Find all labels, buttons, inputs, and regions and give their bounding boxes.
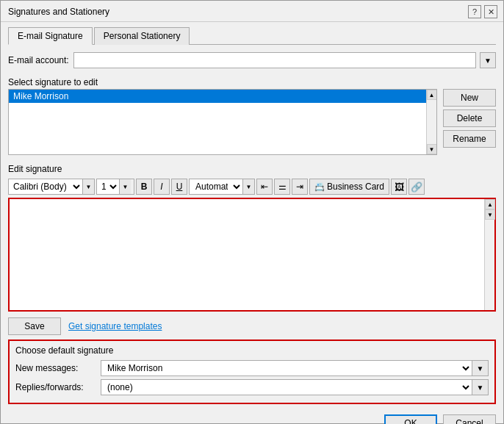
edit-scroll-down[interactable]: ▼ — [485, 209, 495, 220]
signature-edit-area-wrapper: ▲ ▼ — [8, 198, 496, 312]
email-account-dropdown[interactable]: ▼ — [480, 52, 496, 68]
font-size-select[interactable]: 11 — [97, 179, 119, 194]
save-button[interactable]: Save — [8, 317, 61, 335]
color-dropdown-icon: ▼ — [242, 179, 254, 194]
insert-image-button[interactable]: 🖼 — [391, 179, 407, 195]
sig-list-item[interactable]: Mike Morrison — [9, 90, 436, 103]
replies-row: Replies/forwards: (none) ▼ — [15, 379, 489, 395]
align-left-icon: ⇤ — [261, 182, 268, 192]
edit-sig-label: Edit signature — [8, 164, 496, 174]
replies-dropdown-icon: ▼ — [472, 380, 488, 395]
edit-sig-section: Edit signature Calibri (Body) ▼ 11 ▼ — [8, 162, 496, 312]
business-card-button[interactable]: 📇 Business Card — [309, 179, 389, 195]
sig-list-area: Mike Morrison ▲ ▼ New Delete Rename — [8, 89, 496, 155]
image-icon: 🖼 — [395, 182, 404, 193]
signatures-stationery-dialog: Signatures and Stationery ? ✕ E-mail Sig… — [0, 0, 504, 424]
email-account-input[interactable] — [73, 52, 476, 68]
select-sig-section: Select signature to edit Mike Morrison ▲… — [8, 76, 496, 158]
dialog-content: E-mail Signature Personal Stationery E-m… — [1, 22, 503, 424]
formatting-toolbar: Calibri (Body) ▼ 11 ▼ B I U — [8, 179, 496, 195]
choose-default-section: Choose default signature New messages: M… — [8, 339, 496, 404]
email-account-row: E-mail account: ▼ — [8, 52, 496, 68]
sig-list[interactable]: Mike Morrison ▲ ▼ — [8, 89, 437, 155]
scroll-up-btn[interactable]: ▲ — [427, 90, 437, 100]
new-button[interactable]: New — [443, 89, 496, 107]
help-button[interactable]: ? — [468, 5, 481, 18]
color-select-wrap: Automatic ▼ — [189, 179, 255, 195]
align-left-button[interactable]: ⇤ — [256, 179, 273, 195]
chevron-down-icon: ▼ — [123, 184, 129, 190]
rename-button[interactable]: Rename — [443, 130, 496, 148]
italic-button[interactable]: I — [154, 179, 170, 195]
title-bar-controls: ? ✕ — [468, 5, 497, 18]
select-sig-label: Select signature to edit — [8, 77, 496, 87]
insert-hyperlink-button[interactable]: 🔗 — [408, 179, 425, 195]
tab-personal-stationery[interactable]: Personal Stationery — [94, 27, 190, 45]
dialog-title: Signatures and Stationery — [8, 7, 109, 17]
font-family-dropdown-icon: ▼ — [82, 179, 94, 194]
ok-button[interactable]: OK — [384, 414, 437, 424]
bold-button[interactable]: B — [136, 179, 152, 195]
new-messages-label: New messages: — [15, 363, 96, 373]
new-messages-select[interactable]: Mike Morrison — [101, 361, 472, 376]
scroll-down-btn[interactable]: ▼ — [427, 144, 437, 154]
chevron-down-icon: ▼ — [246, 184, 252, 190]
business-card-icon: 📇 — [314, 182, 325, 192]
align-center-button[interactable]: ⚌ — [274, 179, 290, 195]
sig-list-scrollbar: ▲ ▼ — [426, 90, 436, 154]
replies-select[interactable]: (none) — [101, 380, 472, 395]
underline-button[interactable]: U — [171, 179, 187, 195]
sig-action-buttons: New Delete Rename — [443, 89, 496, 155]
signature-edit-area[interactable] — [10, 199, 494, 310]
font-family-select[interactable]: Calibri (Body) — [9, 179, 82, 194]
hyperlink-icon: 🔗 — [411, 182, 422, 193]
align-right-button[interactable]: ⇥ — [292, 179, 308, 195]
replies-label: Replies/forwards: — [15, 382, 96, 392]
get-templates-link[interactable]: Get signature templates — [68, 321, 162, 331]
choose-default-title: Choose default signature — [15, 345, 489, 356]
chevron-down-icon: ▼ — [86, 184, 92, 190]
email-account-label: E-mail account: — [8, 55, 69, 65]
font-color-select[interactable]: Automatic — [190, 179, 242, 194]
chevron-down-icon: ▼ — [477, 384, 484, 392]
title-bar: Signatures and Stationery ? ✕ — [1, 1, 503, 22]
replies-select-wrap: (none) ▼ — [101, 379, 489, 395]
tab-bar: E-mail Signature Personal Stationery — [8, 26, 496, 45]
font-size-dropdown-icon: ▼ — [119, 179, 131, 194]
new-messages-dropdown-icon: ▼ — [472, 361, 488, 376]
save-row: Save Get signature templates — [8, 317, 496, 335]
edit-scroll-up[interactable]: ▲ — [485, 199, 495, 209]
close-button[interactable]: ✕ — [484, 5, 497, 18]
delete-button[interactable]: Delete — [443, 109, 496, 127]
cancel-button[interactable]: Cancel — [443, 414, 496, 424]
new-messages-select-wrap: Mike Morrison ▼ — [101, 360, 489, 376]
align-right-icon: ⇥ — [296, 182, 303, 192]
font-family-wrap: Calibri (Body) ▼ — [8, 179, 95, 195]
new-messages-row: New messages: Mike Morrison ▼ — [15, 360, 489, 376]
chevron-down-icon: ▼ — [484, 57, 492, 65]
align-center-icon: ⚌ — [278, 182, 287, 192]
edit-area-scrollbar: ▲ ▼ — [484, 199, 494, 310]
font-size-wrap: 11 ▼ — [96, 179, 134, 195]
bottom-buttons: OK Cancel — [8, 414, 496, 424]
tab-email-signature[interactable]: E-mail Signature — [8, 27, 93, 45]
chevron-down-icon: ▼ — [477, 364, 484, 373]
